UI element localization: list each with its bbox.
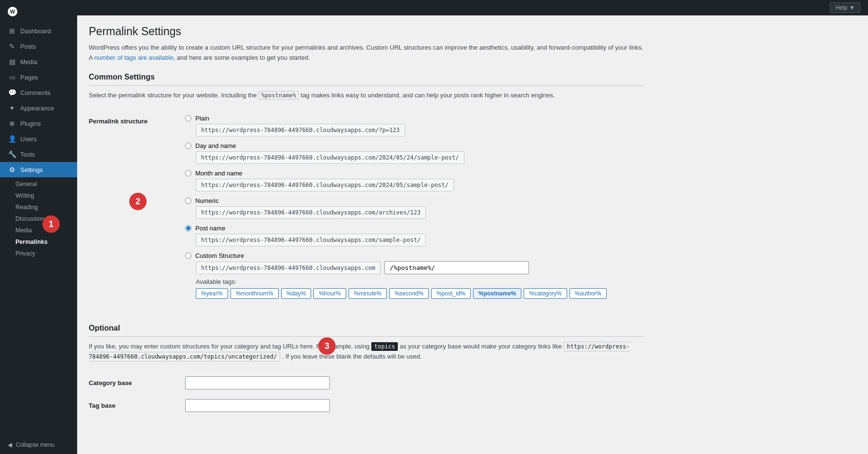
option-plain-radio[interactable] <box>185 115 191 121</box>
submenu-media[interactable]: Media <box>0 225 77 236</box>
topics-code: topics <box>371 342 398 351</box>
option-custom-structure-label[interactable]: Custom Structure <box>185 252 644 259</box>
sidebar-item-comments[interactable]: 💬 Comments <box>0 85 77 100</box>
sidebar-item-posts[interactable]: ✎ Posts <box>0 39 77 54</box>
tag-second[interactable]: %second% <box>389 288 429 299</box>
tags-available-link[interactable]: number of tags are available <box>95 54 174 61</box>
option-custom-structure-radio[interactable] <box>185 253 191 259</box>
sidebar-item-label: Settings <box>20 166 43 174</box>
collapse-icon: ◀ <box>8 441 12 448</box>
option-day-name-radio[interactable] <box>185 143 191 149</box>
help-dropdown-icon: ▼ <box>849 4 855 11</box>
dashboard-icon: ⊞ <box>8 27 16 35</box>
help-button[interactable]: Help ▼ <box>830 2 860 13</box>
tag-category[interactable]: %category% <box>524 288 567 299</box>
annotation-badge-1: 1 <box>42 215 60 233</box>
tag-base-label: Tag base <box>89 394 185 417</box>
category-base-label: Category base <box>89 372 185 394</box>
permalink-options: Plain https://wordpress-784896-4497660.c… <box>185 110 644 309</box>
comments-icon: 💬 <box>8 89 16 96</box>
sidebar-item-tools[interactable]: 🔧 Tools <box>0 147 77 162</box>
tools-icon: 🔧 <box>8 150 16 158</box>
submenu-privacy[interactable]: Privacy <box>0 248 77 259</box>
available-tags-label: Available tags: <box>196 278 644 285</box>
submenu-writing[interactable]: Writing <box>0 190 77 201</box>
wp-icon: W <box>8 7 17 16</box>
page-description: WordPress offers you the ability to crea… <box>89 43 644 63</box>
permalink-structure-row: Permalink structure Plain https://wordpr… <box>89 110 644 309</box>
postname-code: %postname% <box>258 91 299 100</box>
submenu-permalinks[interactable]: Permalinks <box>0 236 77 248</box>
media-icon: ▤ <box>8 58 16 66</box>
option-custom-structure: Custom Structure https://wordpress-78489… <box>185 252 644 299</box>
option-month-name-label[interactable]: Month and name <box>185 170 644 177</box>
content-wrap: Permalink Settings WordPress offers you … <box>77 15 656 427</box>
collapse-label: Collapse menu <box>16 441 54 448</box>
pages-icon: ▭ <box>8 73 16 81</box>
sidebar-item-settings[interactable]: ⚙ Settings <box>0 162 77 177</box>
tag-day[interactable]: %day% <box>281 288 312 299</box>
tag-author[interactable]: %author% <box>570 288 607 299</box>
option-month-name-url: https://wordpress-784896-4497660.cloudwa… <box>196 179 454 191</box>
sidebar-item-media[interactable]: ▤ Media <box>0 54 77 69</box>
sidebar-item-label: Users <box>20 135 37 143</box>
option-post-name-label[interactable]: Post name <box>185 225 644 232</box>
appearance-icon: ✦ <box>8 104 16 112</box>
sidebar-item-label: Comments <box>20 89 51 96</box>
custom-structure-input-row: https://wordpress-784896-4497660.cloudwa… <box>196 261 644 274</box>
option-plain-label[interactable]: Plain <box>185 115 644 122</box>
sidebar-item-label: Dashboard <box>20 27 51 35</box>
sidebar-item-label: Plugins <box>20 120 41 127</box>
option-numeric-label[interactable]: Numeric <box>185 197 644 204</box>
submenu-general[interactable]: General <box>0 178 77 190</box>
site-logo[interactable]: W <box>0 0 77 23</box>
sidebar-item-label: Tools <box>20 151 35 158</box>
tag-postname[interactable]: %postname% <box>473 288 521 299</box>
sidebar-item-label: Media <box>20 58 37 66</box>
sidebar-item-label: Pages <box>20 74 38 81</box>
plugins-icon: ⊕ <box>8 120 16 127</box>
custom-structure-base-url: https://wordpress-784896-4497660.cloudwa… <box>196 262 380 274</box>
sidebar-item-appearance[interactable]: ✦ Appearance <box>0 100 77 116</box>
settings-submenu: General Writing Reading Discussion Media… <box>0 177 77 260</box>
tag-base-row: Tag base <box>89 394 644 417</box>
option-post-name-radio[interactable] <box>185 225 191 231</box>
users-icon: 👤 <box>8 135 16 143</box>
page-title: Permalink Settings <box>89 25 644 38</box>
tag-monthnum[interactable]: %monthnum% <box>231 288 279 299</box>
main-content: Help ▼ Permalink Settings WordPress offe… <box>77 0 868 454</box>
option-month-name-radio[interactable] <box>185 170 191 176</box>
submenu-discussion[interactable]: Discussion <box>0 213 77 225</box>
sidebar-item-users[interactable]: 👤 Users <box>0 131 77 147</box>
submenu-reading[interactable]: Reading <box>0 201 77 213</box>
tags-list: %year% %monthnum% %day% %hour% %minute% … <box>196 288 644 299</box>
option-month-name: Month and name https://wordpress-784896-… <box>185 170 644 191</box>
sidebar-item-plugins[interactable]: ⊕ Plugins <box>0 116 77 131</box>
tag-minute[interactable]: %minute% <box>349 288 387 299</box>
available-tags: Available tags: %year% %monthnum% %day% … <box>196 278 644 299</box>
option-day-name-url: https://wordpress-784896-4497660.cloudwa… <box>196 151 464 164</box>
collapse-menu-button[interactable]: ◀ Collapse menu <box>0 436 77 454</box>
tag-post-id[interactable]: %post_id% <box>431 288 471 299</box>
option-post-name-url: https://wordpress-784896-4497660.cloudwa… <box>196 234 426 246</box>
tag-base-input[interactable] <box>185 399 330 412</box>
sidebar-item-label: Appearance <box>20 105 54 112</box>
tag-year[interactable]: %year% <box>196 288 228 299</box>
sidebar-item-label: Posts <box>20 43 36 50</box>
option-numeric-radio[interactable] <box>185 198 191 204</box>
help-label: Help <box>835 4 847 11</box>
optional-section: Optional If you like, you may enter cust… <box>89 324 644 417</box>
option-post-name: Post name https://wordpress-784896-44976… <box>185 225 644 246</box>
posts-icon: ✎ <box>8 42 16 50</box>
annotation-badge-2: 2 <box>129 193 147 210</box>
category-base-input[interactable] <box>185 376 330 389</box>
common-settings-description: Select the permalink structure for your … <box>89 91 644 101</box>
option-day-name: Day and name https://wordpress-784896-44… <box>185 142 644 164</box>
optional-form-table: Category base Tag base <box>89 372 644 417</box>
sidebar-item-dashboard[interactable]: ⊞ Dashboard <box>0 23 77 39</box>
tag-hour[interactable]: %hour% <box>313 288 346 299</box>
custom-structure-input[interactable] <box>384 261 529 274</box>
optional-description: If you like, you may enter custom struct… <box>89 342 644 362</box>
option-day-name-label[interactable]: Day and name <box>185 142 644 149</box>
sidebar-item-pages[interactable]: ▭ Pages <box>0 69 77 85</box>
